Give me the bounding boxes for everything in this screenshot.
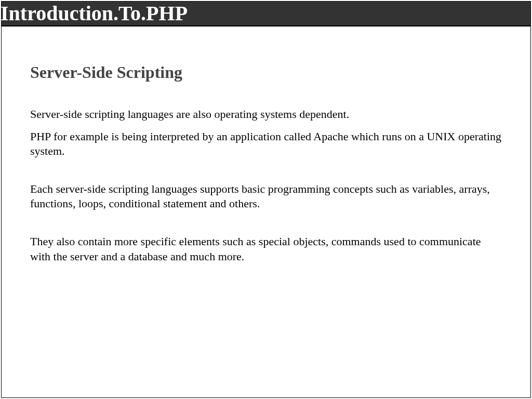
header-bar: Introduction.To.PHP <box>2 2 530 26</box>
section-subtitle: Server-Side Scripting <box>30 63 502 82</box>
slide-title: Introduction.To.PHP <box>1 3 188 24</box>
paragraph-group-2: Each server-side scripting languages sup… <box>30 182 502 211</box>
paragraph-text: They also contain more specific elements… <box>30 234 502 264</box>
slide-frame: Introduction.To.PHP Server-Side Scriptin… <box>1 1 531 398</box>
paragraph-text: Server-side scripting languages are also… <box>30 107 502 122</box>
paragraph-group-3: They also contain more specific elements… <box>30 234 502 264</box>
paragraph-text: Each server-side scripting languages sup… <box>30 182 502 211</box>
paragraph-text: PHP for example is being interpreted by … <box>30 129 502 159</box>
paragraph-group-1: Server-side scripting languages are also… <box>30 107 502 159</box>
content-area: Server-Side Scripting Server-side script… <box>2 26 530 264</box>
